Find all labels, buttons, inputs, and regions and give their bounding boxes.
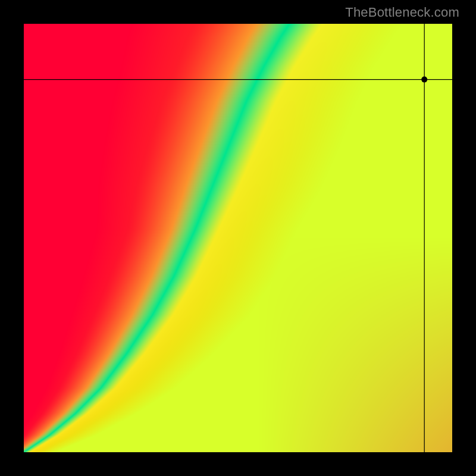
- heatmap-chart: [24, 24, 452, 452]
- watermark-text: TheBottleneck.com: [345, 5, 459, 20]
- heatmap-canvas: [24, 24, 452, 452]
